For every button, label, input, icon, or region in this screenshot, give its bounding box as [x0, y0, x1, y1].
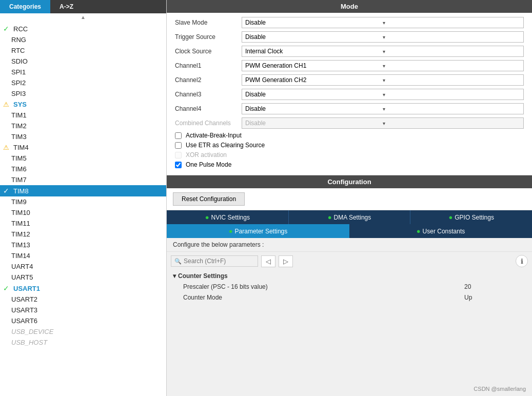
activate-break-input-label: Activate-Break-Input	[186, 132, 242, 139]
one-pulse-mode-checkbox[interactable]	[175, 162, 182, 168]
channel3-label: Channel3	[175, 91, 242, 98]
combined-channels-row: Combined Channels Disable ▾	[175, 117, 524, 129]
reset-configuration-button[interactable]: Reset Configuration	[173, 192, 245, 206]
configuration-header: Configuration	[167, 175, 532, 188]
check-icon-param: ●	[229, 227, 233, 235]
clock-source-select[interactable]: Internal Clock ▾	[242, 46, 524, 57]
sidebar-item-tim3[interactable]: TIM3	[0, 131, 166, 142]
sidebar-item-usart2[interactable]: USART2	[0, 294, 166, 305]
prev-search-button[interactable]: ◁	[261, 255, 275, 267]
sidebar-item-tim9[interactable]: TIM9	[0, 196, 166, 207]
clock-source-label: Clock Source	[175, 48, 242, 55]
sidebar-item-tim4[interactable]: ⚠ TIM4	[0, 142, 166, 153]
tab-az[interactable]: A->Z	[50, 0, 83, 13]
one-pulse-mode-label: One Pulse Mode	[186, 161, 231, 168]
sidebar-item-spi2[interactable]: SPI2	[0, 77, 166, 88]
channel1-label: Channel1	[175, 62, 242, 69]
sidebar-item-rtc[interactable]: RTC	[0, 45, 166, 56]
use-etr-checkbox[interactable]	[175, 142, 182, 149]
reset-config-row: Reset Configuration	[167, 188, 532, 210]
channel4-select[interactable]: Disable ▾	[242, 103, 524, 114]
config-description: Configure the below parameters :	[167, 238, 532, 252]
sidebar-item-tim13[interactable]: TIM13	[0, 240, 166, 250]
channel3-select[interactable]: Disable ▾	[242, 89, 524, 100]
sidebar-item-usb-host[interactable]: USB_HOST	[0, 337, 166, 348]
sidebar-item-usart1[interactable]: ✓ USART1	[0, 283, 166, 294]
sidebar-item-uart4[interactable]: UART4	[0, 261, 166, 272]
sidebar-item-sys[interactable]: ⚠ SYS	[0, 99, 166, 110]
sidebar-item-tim2[interactable]: TIM2	[0, 121, 166, 131]
sidebar-item-tim11[interactable]: TIM11	[0, 218, 166, 229]
slave-mode-row: Slave Mode Disable ▾	[175, 17, 524, 28]
sidebar-item-tim12[interactable]: TIM12	[0, 229, 166, 240]
chevron-down-icon: ▾	[383, 121, 520, 126]
sidebar-item-tim7[interactable]: TIM7	[0, 174, 166, 185]
channel1-select[interactable]: PWM Generation CH1 ▾	[242, 60, 524, 71]
combined-channels-label: Combined Channels	[175, 120, 242, 127]
sidebar-item-spi1[interactable]: SPI1	[0, 67, 166, 77]
one-pulse-mode-row: One Pulse Mode	[175, 161, 524, 168]
activate-break-input-checkbox[interactable]	[175, 132, 182, 139]
mode-section: Mode Slave Mode Disable ▾ Trigger Source…	[167, 0, 532, 175]
config-tabs-row2: ● Parameter Settings ● User Constants	[167, 224, 532, 238]
sidebar-item-uart5[interactable]: UART5	[0, 272, 166, 283]
channel4-row: Channel4 Disable ▾	[175, 103, 524, 114]
sidebar-item-usart6[interactable]: USART6	[0, 315, 166, 326]
watermark: CSDN @smallerlang	[474, 386, 526, 392]
sidebar-item-rng[interactable]: RNG	[0, 34, 166, 45]
check-icon-dma: ●	[328, 213, 332, 221]
sidebar-item-tim1[interactable]: TIM1	[0, 110, 166, 121]
chevron-down-icon: ▾	[383, 49, 520, 54]
check-icon-tim8: ✓	[3, 187, 9, 195]
tab-parameter-settings[interactable]: ● Parameter Settings	[167, 224, 349, 238]
next-search-button[interactable]: ▷	[279, 255, 293, 267]
sidebar: Categories A->Z ▲ ✓ RCC RNG RTC SDIO SPI…	[0, 0, 167, 396]
check-icon-user-const: ●	[417, 227, 421, 235]
config-tabs-row1: ● NVIC Settings ● DMA Settings ● GPIO Se…	[167, 210, 532, 224]
tab-gpio-settings[interactable]: ● GPIO Settings	[410, 210, 532, 224]
sidebar-item-tim14[interactable]: TIM14	[0, 250, 166, 261]
check-icon-gpio: ●	[448, 213, 452, 221]
activate-break-input-row: Activate-Break-Input	[175, 132, 524, 139]
counter-settings-group[interactable]: ▾ Counter Settings	[167, 270, 532, 282]
sidebar-item-tim10[interactable]: TIM10	[0, 207, 166, 218]
info-button[interactable]: ℹ	[516, 255, 528, 267]
configuration-section: Configuration Reset Configuration ● NVIC…	[167, 175, 532, 396]
slave-mode-label: Slave Mode	[175, 19, 242, 26]
tab-user-constants[interactable]: ● User Constants	[349, 224, 532, 238]
channel2-select[interactable]: PWM Generation CH2 ▾	[242, 74, 524, 86]
slave-mode-select[interactable]: Disable ▾	[242, 17, 524, 28]
chevron-down-icon: ▾	[383, 92, 520, 97]
sidebar-item-usart3[interactable]: USART3	[0, 305, 166, 315]
tab-categories[interactable]: Categories	[0, 0, 50, 13]
tab-nvic-settings[interactable]: ● NVIC Settings	[167, 210, 289, 224]
chevron-down-icon: ▾	[383, 34, 520, 40]
search-input[interactable]	[184, 258, 250, 265]
sidebar-item-sdio[interactable]: SDIO	[0, 56, 166, 67]
xor-activation-checkbox[interactable]	[175, 152, 182, 159]
combined-channels-select[interactable]: Disable ▾	[242, 117, 524, 129]
counter-mode-row: Counter Mode Up	[167, 292, 532, 303]
mode-body: Slave Mode Disable ▾ Trigger Source Disa…	[167, 13, 532, 175]
right-panel: Mode Slave Mode Disable ▾ Trigger Source…	[167, 0, 532, 396]
tab-dma-settings[interactable]: ● DMA Settings	[289, 210, 411, 224]
use-etr-row: Use ETR as Clearing Source	[175, 142, 524, 149]
clock-source-row: Clock Source Internal Clock ▾	[175, 46, 524, 57]
sidebar-item-spi3[interactable]: SPI3	[0, 88, 166, 99]
sidebar-item-tim5[interactable]: TIM5	[0, 153, 166, 164]
check-icon-nvic: ●	[205, 213, 209, 221]
trigger-source-select[interactable]: Disable ▾	[242, 31, 524, 43]
channel2-row: Channel2 PWM Generation CH2 ▾	[175, 74, 524, 86]
use-etr-label: Use ETR as Clearing Source	[186, 142, 265, 149]
sidebar-item-tim6[interactable]: TIM6	[0, 164, 166, 174]
sidebar-item-usb-device[interactable]: USB_DEVICE	[0, 326, 166, 337]
sidebar-item-rcc[interactable]: ✓ RCC	[0, 23, 166, 34]
collapse-icon: ▾	[173, 272, 176, 280]
chevron-down-icon: ▾	[383, 106, 520, 112]
prescaler-row: Prescaler (PSC - 16 bits value) 20	[167, 282, 532, 292]
xor-activation-row: XOR activation	[175, 151, 524, 159]
xor-activation-label: XOR activation	[186, 151, 227, 159]
sidebar-item-tim8[interactable]: ✓ TIM8	[0, 185, 166, 196]
search-icon: 🔍	[174, 258, 182, 265]
warning-icon-tim4: ⚠	[3, 144, 9, 151]
